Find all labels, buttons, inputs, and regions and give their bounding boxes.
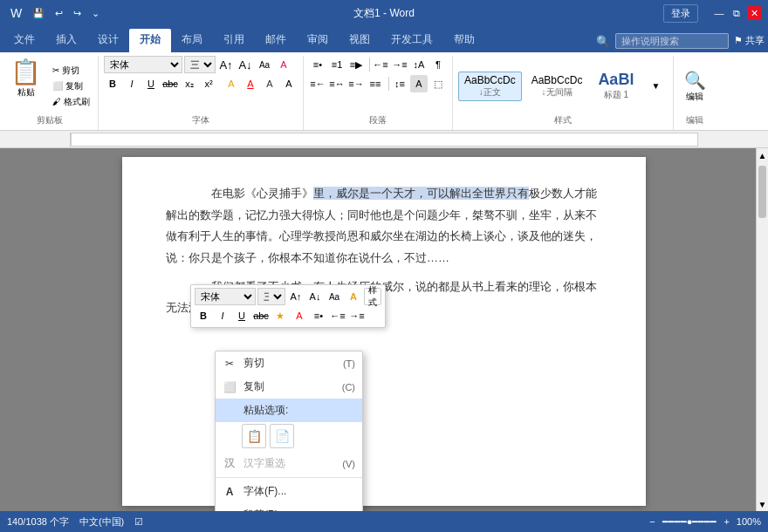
ctx-paragraph[interactable]: ≡ 段落(P)... — [216, 503, 362, 511]
tab-review[interactable]: 审阅 — [297, 29, 339, 52]
shading-btn[interactable]: A — [410, 75, 428, 92]
strikethrough-button[interactable]: abc — [161, 75, 179, 92]
mini-italic-btn[interactable]: I — [214, 307, 231, 324]
tab-mail[interactable]: 邮件 — [255, 29, 297, 52]
increase-font-btn[interactable]: A↑ — [217, 56, 235, 73]
tab-dev[interactable]: 开发工具 — [381, 29, 443, 52]
scrollbar-vertical[interactable]: ▲ ▼ — [756, 148, 768, 511]
tab-view[interactable]: 视图 — [339, 29, 381, 52]
clear-format-btn[interactable]: A — [275, 56, 292, 73]
minimize-button[interactable]: — — [712, 6, 726, 20]
font-name-select[interactable]: 宋体 — [104, 56, 182, 73]
cut-button[interactable]: ✂ 剪切 — [50, 64, 93, 78]
mini-increase-indent-btn[interactable]: →≡ — [348, 307, 366, 324]
restore-button[interactable]: ⧉ — [730, 6, 744, 20]
increase-indent-btn[interactable]: →≡ — [391, 56, 408, 73]
customize-btn[interactable]: ⌄ — [88, 6, 103, 21]
font-color2-btn[interactable]: A — [261, 75, 278, 92]
search-icon: 🔍 — [596, 35, 610, 48]
underline-button[interactable]: U — [142, 75, 160, 92]
superscript-button[interactable]: x² — [200, 75, 217, 92]
mini-decrease-indent-btn[interactable]: ←≡ — [329, 307, 346, 324]
paste-button[interactable]: 📋 粘贴 — [7, 56, 45, 116]
ctx-font-icon: A — [223, 485, 237, 499]
show-marks-btn[interactable]: ¶ — [429, 56, 447, 73]
style-heading1[interactable]: AaBl 标题 1 — [592, 68, 640, 104]
mini-underline-btn[interactable]: U — [233, 307, 250, 324]
undo-btn[interactable]: ↩ — [51, 6, 66, 21]
mini-increase-font[interactable]: A↑ — [287, 288, 305, 305]
tab-design[interactable]: 设计 — [87, 29, 129, 52]
tab-reference[interactable]: 引用 — [213, 29, 255, 52]
zoom-out-btn[interactable]: − — [649, 516, 655, 527]
find-button[interactable]: 🔍 编辑 — [679, 66, 710, 106]
change-case-btn[interactable]: Aa — [256, 56, 273, 73]
multilevel-btn[interactable]: ≡▶ — [347, 56, 365, 73]
zoom-in-btn[interactable]: + — [723, 516, 729, 527]
italic-button[interactable]: I — [123, 75, 141, 92]
close-button[interactable]: ✕ — [747, 6, 761, 20]
text-effects-btn[interactable]: A — [280, 75, 298, 92]
mini-case-btn[interactable]: Aa — [326, 288, 343, 305]
find-icon: 🔍 — [684, 70, 706, 91]
paste-keep-src[interactable]: 📋 — [242, 424, 266, 448]
mini-toolbar: 宋体 三号 A↑ A↓ Aa A 样式 B I U abc ★ A ≡• ←≡ … — [190, 284, 386, 328]
scroll-down-btn[interactable]: ▼ — [757, 497, 768, 511]
font-color-btn[interactable]: A — [242, 75, 259, 92]
document-page[interactable]: 在电影《心灵捕手》里，威尔是一个天才，可以解出全世界只有极少数人才能解出的数学题… — [122, 157, 646, 506]
mini-decrease-font[interactable]: A↓ — [306, 288, 324, 305]
ctx-copy[interactable]: ⬜ 复制 (C) — [216, 375, 362, 399]
mini-highlight2-btn[interactable]: ★ — [271, 307, 289, 324]
mini-style-btn[interactable]: 样式 — [364, 288, 381, 305]
word-icon: W — [7, 4, 25, 22]
mini-bold-btn[interactable]: B — [195, 307, 212, 324]
redo-btn[interactable]: ↪ — [70, 6, 85, 21]
justify-btn[interactable]: ≡≡ — [367, 75, 384, 92]
numbering-btn[interactable]: ≡1 — [328, 56, 346, 73]
decrease-font-btn[interactable]: A↓ — [237, 56, 254, 73]
bold-button[interactable]: B — [104, 75, 121, 92]
ctx-cut[interactable]: ✂ 剪切 (T) — [216, 351, 362, 375]
bullets-btn[interactable]: ≡• — [309, 56, 326, 73]
ctx-cut-shortcut: (T) — [343, 358, 355, 369]
tab-home[interactable]: 开始 — [129, 29, 171, 52]
clipboard-right: ✂ 剪切 ⬜ 复制 🖌 格式刷 — [50, 56, 93, 116]
mini-font-select[interactable]: 宋体 — [195, 288, 256, 305]
style-nospace[interactable]: AaBbCcDc ↓无间隔 — [525, 72, 589, 101]
save-btn[interactable]: 💾 — [29, 6, 48, 21]
mini-bullets-btn[interactable]: ≡• — [310, 307, 327, 324]
mini-strikethrough-btn[interactable]: abc — [252, 307, 270, 324]
align-center-btn[interactable]: ≡↔ — [328, 75, 346, 92]
scroll-up-btn[interactable]: ▲ — [757, 148, 768, 162]
tab-insert[interactable]: 插入 — [45, 29, 87, 52]
borders-btn[interactable]: ⬚ — [429, 75, 447, 92]
font-size-select[interactable]: 三号 — [184, 56, 216, 73]
tab-file[interactable]: 文件 — [3, 29, 45, 52]
mini-size-select[interactable]: 三号 — [257, 288, 285, 305]
align-left-btn[interactable]: ≡← — [309, 75, 326, 92]
style-normal[interactable]: AaBbCcDc ↓正文 — [458, 72, 522, 101]
mini-font-color-btn[interactable]: A — [291, 307, 308, 324]
line-spacing-btn[interactable]: ↕≡ — [391, 75, 408, 92]
tab-layout[interactable]: 布局 — [171, 29, 213, 52]
format-paint-button[interactable]: 🖌 格式刷 — [50, 95, 93, 109]
share-button[interactable]: ⚑ 共享 — [734, 34, 765, 47]
styles-group: AaBbCcDc ↓正文 AaBbCcDc ↓无间隔 AaBl 标题 1 ▼ 样… — [455, 56, 674, 130]
ribbon-search-input[interactable] — [615, 33, 729, 49]
window-title: 文档1 - Word — [353, 6, 415, 21]
ctx-font[interactable]: A 字体(F)... — [216, 480, 362, 503]
sort-btn[interactable]: ↕A — [410, 56, 428, 73]
text-highlight-btn[interactable]: A — [223, 75, 240, 92]
align-right-btn[interactable]: ≡→ — [347, 75, 365, 92]
copy-button[interactable]: ⬜ 复制 — [50, 79, 93, 93]
tab-help[interactable]: 帮助 — [443, 29, 485, 52]
subscript-button[interactable]: x₂ — [181, 75, 198, 92]
zoom-slider[interactable]: ━━━━●━━━━ — [662, 516, 717, 528]
styles-expand-btn[interactable]: ▼ — [643, 79, 668, 92]
decrease-indent-btn[interactable]: ←≡ — [372, 56, 389, 73]
scrollbar-thumb[interactable] — [758, 166, 766, 218]
ctx-paste-options[interactable]: 粘贴选项: — [216, 399, 362, 422]
paste-merge-fmt[interactable]: 📄 — [270, 424, 294, 448]
mini-highlight-btn[interactable]: A — [345, 288, 362, 305]
login-button[interactable]: 登录 — [663, 4, 698, 23]
